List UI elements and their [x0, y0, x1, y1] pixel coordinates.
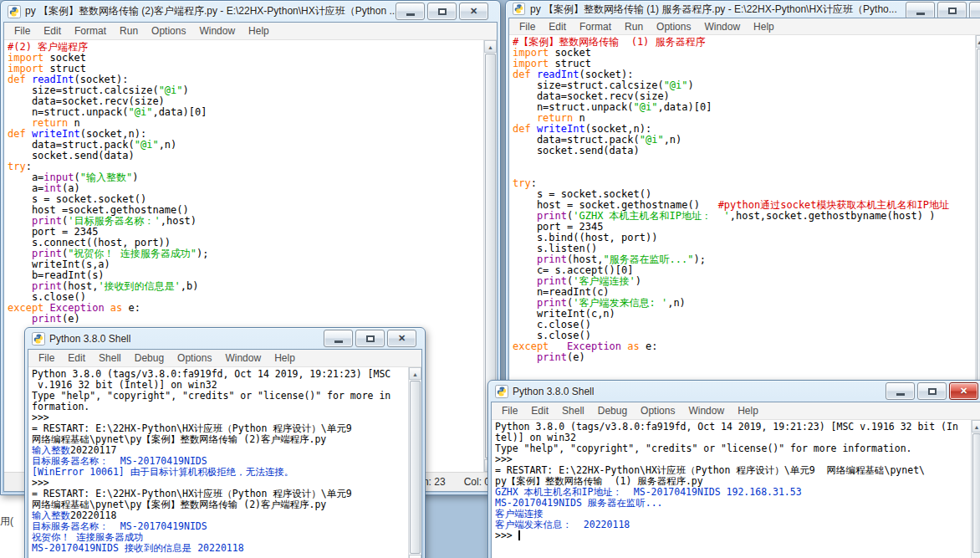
menu-options[interactable]: Options — [145, 23, 192, 39]
close-icon: ✕ — [960, 387, 967, 396]
minimize-button[interactable] — [886, 382, 915, 400]
scroll-up-arrow[interactable]: ▲ — [972, 420, 980, 433]
idle-app-icon — [513, 3, 526, 16]
minimize-icon — [916, 13, 925, 15]
titlebar-server-shell[interactable]: Python 3.8.0 Shell ✕ — [488, 381, 980, 402]
menu-bar-server-editor: FileEditFormatRunOptionsWindowHelp — [509, 18, 980, 35]
python-shell-icon — [32, 332, 45, 346]
menu-help[interactable]: Help — [242, 23, 276, 39]
menu-file[interactable]: File — [8, 23, 37, 39]
maximize-button[interactable] — [355, 330, 385, 347]
background-window-fragment: 用( — [0, 494, 24, 558]
menu-debug[interactable]: Debug — [128, 350, 171, 366]
menu-options[interactable]: Options — [650, 18, 697, 35]
maximize-icon — [948, 8, 957, 14]
caption-buttons-server-shell: ✕ — [883, 382, 978, 400]
caption-buttons-client-editor: ✕ — [393, 3, 488, 20]
scroll-up-arrow[interactable]: ▲ — [976, 35, 980, 48]
menu-format[interactable]: Format — [68, 23, 113, 39]
titlebar-server-editor[interactable]: py 【案例】整数网络传输 (1) 服务器程序.py - E:\22HX-Pyt… — [506, 1, 980, 18]
maximize-icon — [928, 388, 937, 395]
status-col-indicator: Col: 0 — [464, 476, 490, 488]
close-button[interactable]: ✕ — [949, 382, 978, 400]
scroll-up-arrow[interactable]: ▲ — [484, 40, 497, 53]
scrollbar-thumb[interactable] — [410, 381, 421, 554]
menu-run[interactable]: Run — [113, 23, 145, 39]
menu-window[interactable]: Window — [192, 23, 242, 39]
scroll-up-arrow[interactable]: ▲ — [409, 367, 421, 380]
titlebar-client-editor[interactable]: py 【案例】整数网络传输 (2)客户端程序.py - E:\22HX-Pyth… — [1, 1, 500, 22]
close-button[interactable]: ✕ — [459, 3, 488, 20]
caption-buttons-client-shell: ✕ — [321, 330, 416, 347]
shell-output-server[interactable]: Python 3.8.0 (tags/v3.8.0:fa919fd, Oct 1… — [492, 420, 980, 558]
menu-options[interactable]: Options — [634, 402, 681, 419]
menu-debug[interactable]: Debug — [591, 402, 634, 419]
menu-help[interactable]: Help — [731, 402, 765, 419]
menu-edit[interactable]: Edit — [542, 18, 573, 35]
window-title-client-shell: Python 3.8.0 Shell — [49, 333, 130, 345]
shell-output-client[interactable]: Python 3.8.0 (tags/v3.8.0:fa919fd, Oct 1… — [28, 367, 421, 558]
menu-bar-client-editor: FileEditFormatRunOptionsWindowHelp — [4, 23, 497, 40]
titlebar-client-shell[interactable]: Python 3.8.0 Shell ✕ — [25, 328, 425, 349]
vertical-scrollbar[interactable]: ▲ ▼ — [408, 367, 421, 558]
menu-shell[interactable]: Shell — [92, 350, 128, 366]
caption-buttons-server-editor: ✕ — [903, 2, 980, 19]
shell-window-client: Python 3.8.0 Shell ✕ FileEditShellDebugO… — [24, 327, 426, 558]
menu-shell[interactable]: Shell — [555, 402, 591, 419]
menu-options[interactable]: Options — [171, 350, 218, 366]
close-button[interactable]: ✕ — [387, 330, 416, 347]
minimize-icon — [334, 340, 343, 343]
maximize-button[interactable] — [427, 3, 457, 20]
server-shell-text[interactable]: Python 3.8.0 (tags/v3.8.0:fa919fd, Oct 1… — [495, 422, 967, 558]
minimize-button[interactable] — [324, 330, 353, 347]
minimize-icon — [896, 393, 905, 396]
idle-app-icon — [8, 5, 21, 18]
window-title-client-editor: py 【案例】整数网络传输 (2)客户端程序.py - E:\22HX-Pyth… — [25, 4, 397, 18]
menu-edit[interactable]: Edit — [524, 402, 555, 419]
window-title-server-editor: py 【案例】整数网络传输 (1) 服务器程序.py - E:\22HX-Pyt… — [530, 3, 897, 17]
menu-window[interactable]: Window — [218, 350, 268, 366]
client-shell-text[interactable]: Python 3.8.0 (tags/v3.8.0:fa919fd, Oct 1… — [32, 369, 406, 558]
close-icon: ✕ — [398, 334, 406, 343]
menu-file[interactable]: File — [32, 350, 61, 366]
scroll-down-arrow[interactable]: ▼ — [409, 555, 421, 558]
minimize-button[interactable] — [396, 3, 425, 20]
menu-help[interactable]: Help — [747, 18, 781, 35]
menu-edit[interactable]: Edit — [61, 350, 92, 366]
python-shell-icon — [495, 385, 508, 398]
minimize-button[interactable] — [906, 2, 935, 19]
menu-file[interactable]: File — [513, 18, 542, 35]
maximize-button[interactable] — [937, 2, 967, 19]
menu-run[interactable]: Run — [618, 18, 650, 35]
menu-bar-client-shell: FileEditShellDebugOptionsWindowHelp — [28, 350, 421, 367]
shell-window-server: Python 3.8.0 Shell ✕ FileEditShellDebugO… — [487, 380, 980, 558]
menu-edit[interactable]: Edit — [37, 23, 68, 39]
menu-bar-server-shell: FileEditShellDebugOptionsWindowHelp — [492, 402, 980, 420]
vertical-scrollbar[interactable]: ▲ — [971, 420, 980, 558]
menu-file[interactable]: File — [495, 402, 524, 419]
menu-format[interactable]: Format — [573, 18, 618, 35]
scrollbar-thumb[interactable] — [972, 433, 980, 553]
close-icon: ✕ — [470, 7, 477, 16]
maximize-icon — [366, 335, 375, 342]
window-title-server-shell: Python 3.8.0 Shell — [513, 386, 594, 397]
minimize-icon — [406, 13, 415, 16]
maximize-icon — [438, 8, 447, 15]
maximize-button[interactable] — [917, 382, 947, 400]
background-fragment-text: 用( — [0, 514, 24, 529]
menu-window[interactable]: Window — [681, 402, 731, 419]
menu-help[interactable]: Help — [268, 350, 302, 366]
menu-window[interactable]: Window — [697, 18, 747, 35]
close-button[interactable]: ✕ — [969, 2, 980, 19]
